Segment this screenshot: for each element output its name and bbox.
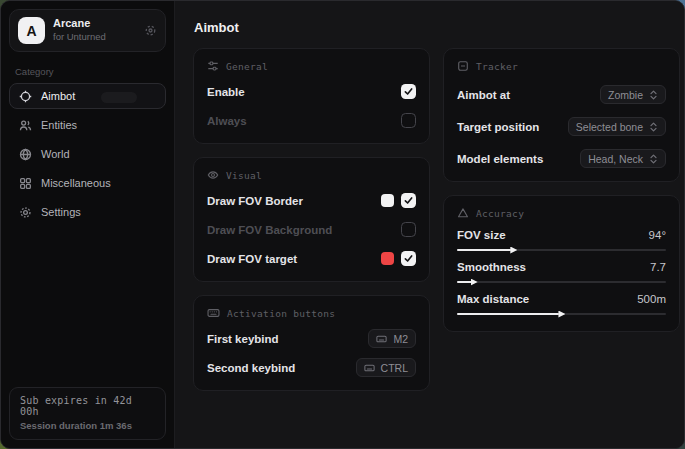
dropdown-value: Zombie	[608, 89, 643, 101]
fov-size-slider-group: FOV size 94°	[457, 229, 666, 251]
slider-value: 94°	[649, 229, 666, 241]
max-distance-slider[interactable]	[457, 313, 666, 315]
brand-card: A Arcane for Unturned	[9, 9, 166, 52]
app-logo: A	[18, 17, 45, 44]
sidebar-item-world[interactable]: World	[9, 141, 166, 167]
fov-target-checkbox[interactable]	[401, 251, 416, 266]
sidebar-item-label: Aimbot	[41, 90, 75, 102]
setting-label: Draw FOV Background	[207, 224, 332, 236]
setting-label: Draw FOV target	[207, 253, 297, 265]
slider-fill	[457, 313, 559, 315]
keybind-value: CTRL	[381, 362, 408, 374]
section-title: Activation buttons	[227, 308, 335, 319]
main-content: Aimbot General	[175, 1, 685, 448]
setting-label: Model elements	[457, 153, 543, 165]
slider-thumb[interactable]	[471, 279, 478, 286]
second-keybind-button[interactable]: CTRL	[356, 358, 416, 377]
setting-row-second-keybind: Second keybind CTRL	[207, 358, 416, 377]
slider-label: FOV size	[457, 229, 506, 241]
slider-fill	[457, 249, 511, 251]
eye-icon	[207, 169, 219, 181]
sync-icon[interactable]	[144, 24, 157, 37]
app-title: Arcane	[53, 17, 136, 31]
globe-icon	[19, 148, 32, 161]
fov-border-checkbox[interactable]	[401, 193, 416, 208]
fov-border-color-swatch[interactable]	[381, 194, 394, 207]
setting-row-fov-target: Draw FOV target	[207, 249, 416, 268]
smoothness-slider[interactable]	[457, 281, 666, 283]
section-title: Tracker	[476, 61, 518, 72]
fov-target-color-swatch[interactable]	[381, 252, 394, 265]
session-duration-text: Session duration 1m 36s	[20, 420, 155, 431]
slider-label: Smoothness	[457, 261, 526, 273]
visual-section: Visual Draw FOV Border Draw FOV Backgrou…	[193, 157, 430, 282]
section-title: Visual	[226, 170, 262, 181]
model-elements-dropdown[interactable]: Head, Neck	[580, 149, 666, 168]
grid-icon	[19, 177, 32, 190]
setting-label: Aimbot at	[457, 89, 510, 101]
smoothness-slider-group: Smoothness 7.7	[457, 261, 666, 283]
activation-section-header: Activation buttons	[207, 307, 416, 319]
sub-expiry-text: Sub expires in 42d 00h	[20, 395, 155, 417]
sliders-icon	[207, 60, 219, 72]
always-checkbox[interactable]	[401, 113, 416, 128]
setting-label: Target position	[457, 121, 539, 133]
accuracy-section: Accuracy FOV size 94°	[443, 195, 680, 332]
slider-label: Max distance	[457, 293, 529, 305]
setting-row-target-position: Target position Selected bone	[457, 117, 666, 136]
unfold-icon	[649, 122, 658, 132]
activation-buttons-section: Activation buttons First keybind M2	[193, 295, 430, 391]
setting-row-enable: Enable	[207, 82, 416, 101]
brand-text: Arcane for Unturned	[53, 17, 136, 43]
frame-target-icon	[457, 60, 469, 72]
setting-row-aimbot-at: Aimbot at Zombie	[457, 85, 666, 104]
selected-item-sheen	[101, 92, 137, 103]
setting-row-always: Always	[207, 111, 416, 130]
keybind-value: M2	[393, 333, 408, 345]
page-title: Aimbot	[194, 20, 680, 35]
target-position-dropdown[interactable]: Selected bone	[568, 117, 666, 136]
slider-thumb[interactable]	[510, 247, 517, 254]
crosshair-icon	[19, 90, 32, 103]
triangle-icon	[457, 207, 469, 219]
setting-row-fov-border: Draw FOV Border	[207, 191, 416, 210]
accuracy-section-header: Accuracy	[457, 207, 666, 219]
dropdown-value: Selected bone	[576, 121, 643, 133]
sidebar-item-entities[interactable]: Entities	[9, 112, 166, 138]
sidebar-nav: Aimbot Entities	[9, 83, 166, 225]
first-keybind-button[interactable]: M2	[368, 329, 416, 348]
fov-size-slider[interactable]	[457, 249, 666, 251]
slider-fill	[457, 281, 472, 283]
aimbot-at-dropdown[interactable]: Zombie	[600, 85, 666, 104]
setting-label: First keybind	[207, 333, 279, 345]
tracker-section: Tracker Aimbot at Zombie Target position	[443, 48, 680, 182]
sidebar-item-label: Entities	[41, 119, 77, 131]
max-distance-slider-group: Max distance 500m	[457, 293, 666, 315]
setting-label: Enable	[207, 86, 245, 98]
keyboard-icon	[376, 334, 387, 344]
setting-label: Always	[207, 115, 247, 127]
setting-row-fov-background: Draw FOV Background	[207, 220, 416, 239]
unfold-icon	[649, 90, 658, 100]
gear-icon	[19, 206, 32, 219]
sidebar-item-settings[interactable]: Settings	[9, 199, 166, 225]
slider-value: 7.7	[650, 261, 666, 273]
section-title: Accuracy	[476, 208, 524, 219]
general-section: General Enable Always	[193, 48, 430, 144]
visual-section-header: Visual	[207, 169, 416, 181]
keyboard-icon	[207, 307, 220, 319]
fov-background-checkbox[interactable]	[401, 222, 416, 237]
category-label: Category	[15, 66, 160, 77]
app-window: A Arcane for Unturned Category	[0, 0, 685, 449]
general-section-header: General	[207, 60, 416, 72]
sidebar-item-aimbot[interactable]: Aimbot	[9, 83, 166, 109]
unfold-icon	[649, 154, 658, 164]
sidebar-item-miscellaneous[interactable]: Miscellaneous	[9, 170, 166, 196]
sidebar-item-label: Miscellaneous	[41, 177, 111, 189]
sidebar: A Arcane for Unturned Category	[1, 1, 175, 448]
enable-checkbox[interactable]	[401, 84, 416, 99]
app-subtitle: for Unturned	[53, 31, 136, 43]
setting-row-first-keybind: First keybind M2	[207, 329, 416, 348]
slider-thumb[interactable]	[558, 311, 565, 318]
subscription-info-card: Sub expires in 42d 00h Session duration …	[9, 387, 166, 440]
